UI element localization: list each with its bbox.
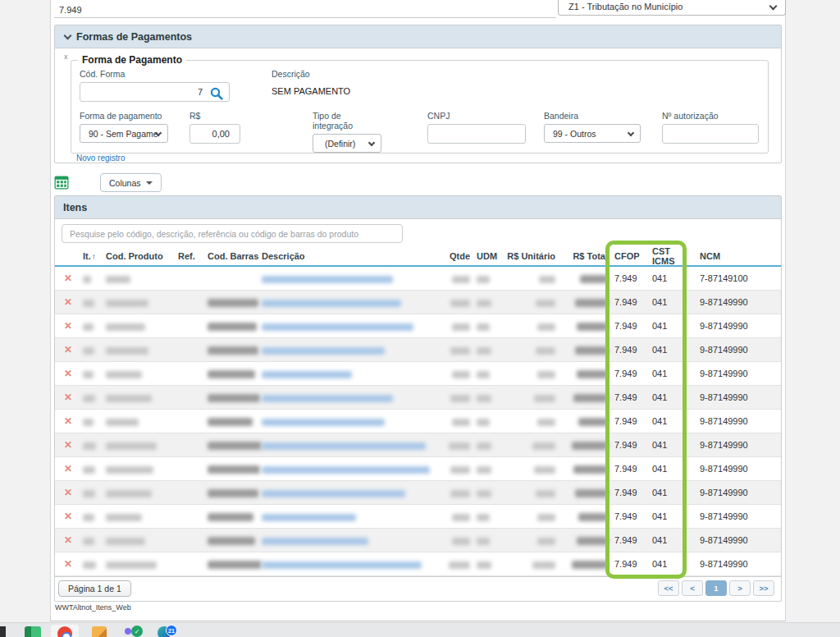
delete-icon[interactable]: ✕ bbox=[64, 463, 72, 474]
payment-form-fieldset: Forma de Pagamento x Cód. Forma bbox=[71, 54, 769, 154]
cell-udm bbox=[470, 559, 498, 569]
redacted-value bbox=[83, 442, 96, 450]
page-indicator-button[interactable]: Página 1 de 1 bbox=[58, 580, 131, 597]
delete-icon[interactable]: ✕ bbox=[64, 534, 72, 546]
delete-cell: ✕ bbox=[55, 558, 83, 570]
pagination-last[interactable]: >> bbox=[753, 580, 774, 596]
valor-input[interactable] bbox=[189, 124, 240, 144]
column-header-cfop[interactable]: CFOP bbox=[608, 251, 644, 261]
cell-cfop: 7.949 bbox=[608, 392, 644, 402]
cell-qtde bbox=[439, 488, 470, 497]
delete-cell: ✕ bbox=[55, 392, 83, 403]
cnpj-input[interactable] bbox=[427, 124, 526, 144]
redacted-value bbox=[106, 538, 145, 545]
table-row: ✕7.9490419-87149990 bbox=[55, 552, 781, 576]
delete-icon[interactable]: ✕ bbox=[64, 392, 72, 403]
chrome-icon[interactable] bbox=[57, 626, 72, 637]
taskbar-app-icon[interactable] bbox=[0, 626, 6, 637]
redacted-value bbox=[449, 561, 470, 569]
tax-zone-select[interactable]: Z1 - Tributação no Município bbox=[558, 0, 786, 16]
redacted-value bbox=[572, 561, 608, 569]
delete-icon[interactable]: ✕ bbox=[64, 273, 72, 284]
cell-desc bbox=[262, 559, 439, 569]
pagination-first[interactable]: << bbox=[658, 580, 679, 596]
column-header-barras[interactable]: Cod. Barras bbox=[208, 251, 262, 261]
cell-prod bbox=[106, 369, 178, 378]
pagination: <<<1>>> bbox=[658, 580, 774, 596]
close-icon[interactable]: x bbox=[64, 53, 68, 61]
redacted-value bbox=[575, 489, 608, 497]
search-icon[interactable] bbox=[210, 87, 223, 100]
delete-icon[interactable]: ✕ bbox=[64, 511, 72, 522]
column-header-qtde[interactable]: Qtde bbox=[439, 251, 470, 261]
grid-export-icon[interactable] bbox=[54, 176, 69, 190]
redacted-value bbox=[450, 300, 470, 307]
redacted-value bbox=[106, 442, 157, 450]
cell-total bbox=[555, 297, 608, 307]
redacted-value bbox=[577, 537, 608, 545]
column-header-desc[interactable]: Descrição bbox=[262, 251, 439, 261]
redacted-value bbox=[262, 395, 393, 402]
autorizacao-input[interactable] bbox=[662, 124, 759, 144]
pagination-next[interactable]: > bbox=[729, 580, 751, 596]
column-header-it[interactable]: It.↑ bbox=[83, 251, 106, 261]
cell-prod bbox=[106, 440, 178, 450]
cell-it bbox=[83, 273, 106, 283]
column-header-ncm[interactable]: NCM bbox=[695, 251, 781, 261]
delete-icon[interactable]: ✕ bbox=[64, 415, 72, 427]
delete-icon[interactable]: ✕ bbox=[64, 296, 72, 308]
redacted-value bbox=[477, 490, 491, 497]
product-search-input[interactable] bbox=[62, 224, 403, 243]
tipo-integracao-value: (Definir) bbox=[325, 139, 355, 149]
cell-unit bbox=[498, 345, 555, 355]
cell-cfop: 7.949 bbox=[608, 369, 644, 378]
redacted-value bbox=[534, 395, 555, 402]
pagination-prev[interactable]: < bbox=[682, 580, 703, 596]
cell-cfop: 7.949 bbox=[608, 488, 644, 497]
cell-ncm: 9-87149990 bbox=[695, 488, 781, 497]
table-row: ✕7.9490419-87149990 bbox=[55, 362, 781, 386]
redacted-value bbox=[208, 323, 257, 331]
delete-icon[interactable]: ✕ bbox=[64, 558, 72, 570]
cell-qtde bbox=[439, 345, 470, 355]
cell-prod bbox=[106, 559, 178, 569]
redacted-value bbox=[208, 442, 262, 450]
cell-qtde bbox=[439, 440, 470, 450]
payment-forms-header[interactable]: Formas de Pagamentos bbox=[55, 25, 781, 48]
descricao-value: SEM PAGAMENTO bbox=[272, 86, 350, 96]
excel-icon[interactable] bbox=[25, 626, 41, 637]
column-header-unit[interactable]: R$ Unitário bbox=[498, 251, 555, 261]
redacted-value bbox=[106, 323, 145, 331]
checkmark-icon[interactable]: ✓ bbox=[131, 626, 143, 637]
redacted-value bbox=[208, 489, 258, 497]
column-header-total[interactable]: R$ Total bbox=[555, 251, 608, 261]
delete-icon[interactable]: ✕ bbox=[64, 487, 72, 498]
redacted-value bbox=[83, 300, 94, 307]
forma-pagamento-select[interactable]: 90 - Sem Pagame bbox=[80, 124, 168, 143]
column-header-udm[interactable]: UDM bbox=[470, 251, 498, 261]
cell-ncm: 9-87149990 bbox=[695, 297, 781, 307]
cell-unit bbox=[498, 392, 555, 402]
cell-ncm: 9-87149990 bbox=[695, 345, 781, 355]
column-header-prod[interactable]: Cod. Produto bbox=[106, 251, 178, 261]
cell-prod bbox=[106, 535, 178, 545]
bandeira-select[interactable]: 99 - Outros bbox=[544, 124, 641, 143]
cell-ncm: 9-87149990 bbox=[695, 321, 781, 331]
delete-icon[interactable]: ✕ bbox=[64, 439, 72, 451]
column-header-cst[interactable]: CST ICMS bbox=[644, 246, 695, 266]
redacted-value bbox=[450, 466, 470, 474]
cell-unit bbox=[498, 535, 555, 545]
column-header-ref[interactable]: Ref. bbox=[178, 251, 208, 261]
cfop-code-input[interactable] bbox=[54, 0, 556, 18]
cell-udm bbox=[470, 535, 498, 545]
cell-ncm: 9-87149990 bbox=[695, 511, 781, 521]
delete-icon[interactable]: ✕ bbox=[64, 320, 72, 332]
taskbar-orange-app-icon[interactable] bbox=[92, 626, 107, 637]
colunas-button[interactable]: Colunas bbox=[100, 173, 162, 192]
cod-forma-input[interactable] bbox=[80, 82, 230, 102]
pagination-page[interactable]: 1 bbox=[705, 580, 727, 596]
tipo-integracao-select[interactable]: (Definir) bbox=[313, 134, 381, 153]
novo-registro-link[interactable]: Novo registro bbox=[76, 154, 125, 163]
delete-icon[interactable]: ✕ bbox=[64, 368, 72, 379]
delete-icon[interactable]: ✕ bbox=[64, 344, 72, 355]
